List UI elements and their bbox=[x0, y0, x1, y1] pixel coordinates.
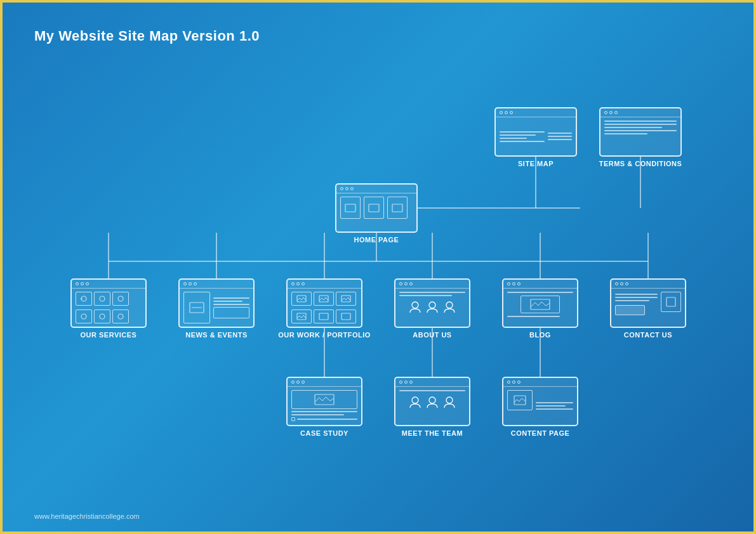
label-meet-team: MEET THE TEAM bbox=[388, 429, 477, 437]
svg-point-38 bbox=[412, 397, 418, 403]
svg-point-33 bbox=[429, 302, 435, 308]
connector-lines bbox=[3, 3, 756, 534]
svg-rect-15 bbox=[369, 204, 379, 212]
svg-point-20 bbox=[118, 296, 123, 301]
node-case-study bbox=[286, 377, 362, 426]
label-portfolio: OUR WORK / PORTFOLIO bbox=[274, 331, 375, 339]
svg-point-23 bbox=[118, 314, 123, 319]
node-site-map bbox=[494, 107, 577, 157]
svg-point-34 bbox=[446, 302, 453, 308]
svg-rect-14 bbox=[345, 204, 355, 212]
label-home: HOME PAGE bbox=[335, 236, 418, 244]
node-blog bbox=[502, 278, 578, 328]
svg-point-21 bbox=[81, 314, 86, 319]
svg-rect-31 bbox=[342, 313, 350, 320]
label-news: NEWS & EVENTS bbox=[178, 331, 255, 339]
node-home bbox=[335, 183, 418, 233]
node-portfolio bbox=[286, 278, 362, 328]
node-news bbox=[178, 278, 255, 328]
label-contact: CONTACT US bbox=[610, 331, 686, 339]
label-site-map: SITE MAP bbox=[494, 160, 577, 167]
label-terms: TERMS & CONDITIONS bbox=[593, 160, 688, 167]
node-about bbox=[394, 278, 470, 328]
label-case-study: CASE STUDY bbox=[286, 429, 362, 437]
svg-point-39 bbox=[429, 397, 435, 403]
footer-url: www.heritagechristiancollege.com bbox=[34, 512, 140, 520]
node-terms bbox=[599, 107, 682, 157]
svg-point-19 bbox=[100, 296, 105, 301]
label-services: OUR SERVICES bbox=[70, 331, 147, 339]
label-content-page: CONTENT PAGE bbox=[502, 429, 578, 437]
label-blog: BLOG bbox=[502, 331, 578, 339]
page-title: My Website Site Map Version 1.0 bbox=[34, 28, 260, 44]
svg-point-22 bbox=[100, 314, 105, 319]
node-meet-team bbox=[394, 377, 470, 426]
svg-point-32 bbox=[412, 302, 418, 308]
svg-rect-30 bbox=[319, 313, 328, 320]
node-content-page bbox=[502, 377, 578, 426]
label-about: ABOUT US bbox=[394, 331, 470, 339]
svg-rect-36 bbox=[666, 297, 675, 306]
node-contact bbox=[610, 278, 686, 328]
svg-rect-16 bbox=[392, 204, 402, 212]
svg-point-40 bbox=[446, 397, 453, 403]
node-services bbox=[70, 278, 147, 328]
